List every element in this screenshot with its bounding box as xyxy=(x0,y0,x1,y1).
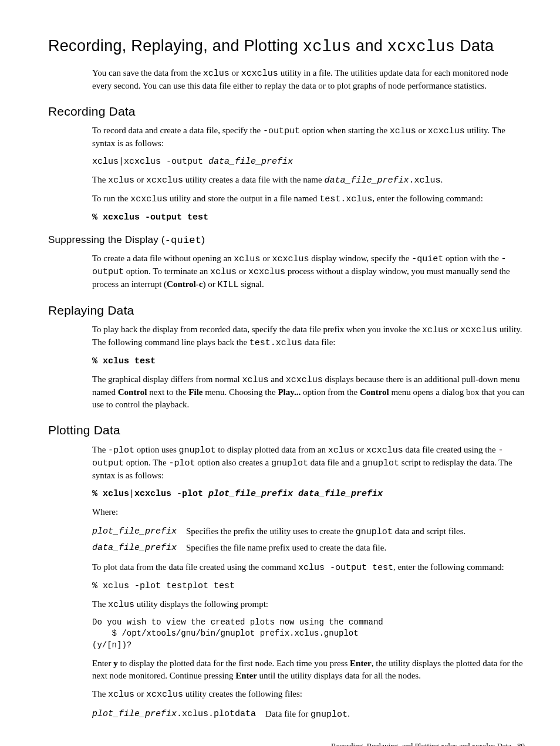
title-code: xclus xyxy=(303,38,352,56)
command: % xcxclus -output test xyxy=(92,211,525,224)
code: xclus xyxy=(234,254,260,264)
code: xcxclus xyxy=(460,325,497,335)
definition: Specifies the prefix the utility uses to… xyxy=(186,524,475,541)
command: % xclus test xyxy=(92,355,525,367)
code: xclus xyxy=(242,375,268,385)
text: or xyxy=(237,266,248,276)
code: .xclus.plotdata xyxy=(177,709,256,719)
code: test.xclus xyxy=(249,338,302,348)
code: xclus -output test xyxy=(298,563,393,573)
syntax-line: xclus|xcxclus -output data_file_prefix xyxy=(92,156,525,168)
paragraph: The xclus utility displays the following… xyxy=(92,598,525,611)
table-row: plot_file_prefix Specifies the prefix th… xyxy=(92,524,475,541)
text: To plot data from the data file created … xyxy=(92,562,298,572)
bold: Enter xyxy=(350,659,372,668)
bold: File xyxy=(188,387,203,397)
code: xcxclus -plot xyxy=(134,489,208,499)
code: -quiet xyxy=(411,254,443,264)
text: to display the plotted data for the firs… xyxy=(118,659,350,668)
code: xcxclus xyxy=(130,194,167,204)
code-italic: plot_file_prefix data_file_prefix xyxy=(208,489,383,499)
bold: y xyxy=(113,659,118,668)
code: xcxclus xyxy=(241,69,278,79)
text: , enter the following command: xyxy=(372,194,483,203)
text: or xyxy=(416,126,428,135)
code: xclus xyxy=(422,325,448,335)
text: The xyxy=(92,445,108,454)
code-italic: data_file_prefix xyxy=(208,157,293,167)
text: utility creates the following files: xyxy=(183,689,302,698)
page-footer: Recording, Replaying, and Plotting xclus… xyxy=(48,741,525,746)
table-row: data_file_prefix Specifies the file name… xyxy=(92,541,475,556)
text: data file and a xyxy=(308,458,362,467)
code: xclus xyxy=(108,600,134,610)
code: gnuplot xyxy=(271,458,308,468)
command: % xclus|xcxclus -plot plot_file_prefix d… xyxy=(92,488,525,500)
text: data file: xyxy=(302,337,336,347)
code: gnuplot xyxy=(179,445,216,455)
text: . xyxy=(440,175,443,184)
code: xclus xyxy=(108,690,134,700)
text: The xyxy=(92,175,108,184)
text: or xyxy=(355,445,366,454)
text: option when starting the xyxy=(300,126,390,135)
title-text: Data xyxy=(455,37,494,55)
code: xclus xyxy=(390,126,416,136)
code: xclus xyxy=(203,69,230,79)
text: to display plotted data from an xyxy=(216,445,328,454)
title-text: Recording, Replaying, and Plotting xyxy=(48,37,303,55)
text: To create a data file without opening an xyxy=(92,254,234,263)
text: . xyxy=(348,709,350,718)
text: Specifies the prefix the utility uses to… xyxy=(186,526,356,536)
code: .xclus xyxy=(409,175,440,185)
text: To run the xyxy=(92,194,130,203)
text: data file created using the xyxy=(403,445,498,454)
text: option also creates a xyxy=(195,458,271,467)
bold: Enter xyxy=(235,671,257,680)
section-suppressing-display: Suppressing the Display (-quiet) xyxy=(48,233,525,248)
text: ) or xyxy=(203,279,217,289)
text: display window, specify the xyxy=(309,254,411,263)
text: option. To terminate an xyxy=(124,266,210,276)
code-block: Do you wish to view the created plots no… xyxy=(92,617,525,652)
definition: Specifies the file name prefix used to c… xyxy=(186,541,475,556)
bold: Control xyxy=(118,387,147,397)
text: Enter xyxy=(92,659,113,668)
text: until the utility displays data for all … xyxy=(257,671,421,680)
text: ) xyxy=(201,234,205,245)
section-recording-data: Recording Data xyxy=(48,103,525,120)
bold: Control xyxy=(360,387,389,397)
text: or xyxy=(230,68,241,77)
code: xcxclus xyxy=(248,267,285,277)
paragraph: The xclus or xcxclus utility creates a d… xyxy=(92,174,525,187)
text: The xyxy=(92,689,108,698)
code: xclus|xcxclus -output xyxy=(92,157,208,167)
text: option with the xyxy=(443,254,501,263)
paragraph: To create a data file without opening an… xyxy=(92,252,525,291)
text: utility creates a data file with the nam… xyxy=(183,175,324,184)
code-italic: plot_file_prefix xyxy=(92,709,177,719)
intro-paragraph: You can save the data from the xclus or … xyxy=(92,67,525,92)
section-replaying-data: Replaying Data xyxy=(48,302,525,319)
code: xcxclus xyxy=(286,375,323,385)
text: signal. xyxy=(238,279,264,289)
code-italic: data_file_prefix xyxy=(324,175,409,185)
code: xcxclus xyxy=(272,254,309,264)
code: gnuplot xyxy=(362,458,399,468)
text: next to the xyxy=(147,387,188,397)
text: data and script files. xyxy=(393,526,466,536)
code: -plot xyxy=(108,445,134,455)
text: The graphical display differs from norma… xyxy=(92,374,242,384)
code: gnuplot xyxy=(311,710,348,720)
text: To record data and create a data file, s… xyxy=(92,126,263,135)
text: menu. Choosing the xyxy=(203,387,278,397)
text: Data file for xyxy=(265,709,311,718)
paragraph: The graphical display differs from norma… xyxy=(92,373,525,411)
paragraph: The xclus or xcxclus utility creates the… xyxy=(92,688,525,701)
paragraph: To plot data from the data file created … xyxy=(92,561,525,574)
title-code: xcxclus xyxy=(387,38,456,56)
text: The xyxy=(92,599,108,609)
definition: Data file for gnuplot. xyxy=(265,707,359,723)
text: utility displays the following prompt: xyxy=(134,599,268,609)
term: data_file_prefix xyxy=(92,541,186,556)
